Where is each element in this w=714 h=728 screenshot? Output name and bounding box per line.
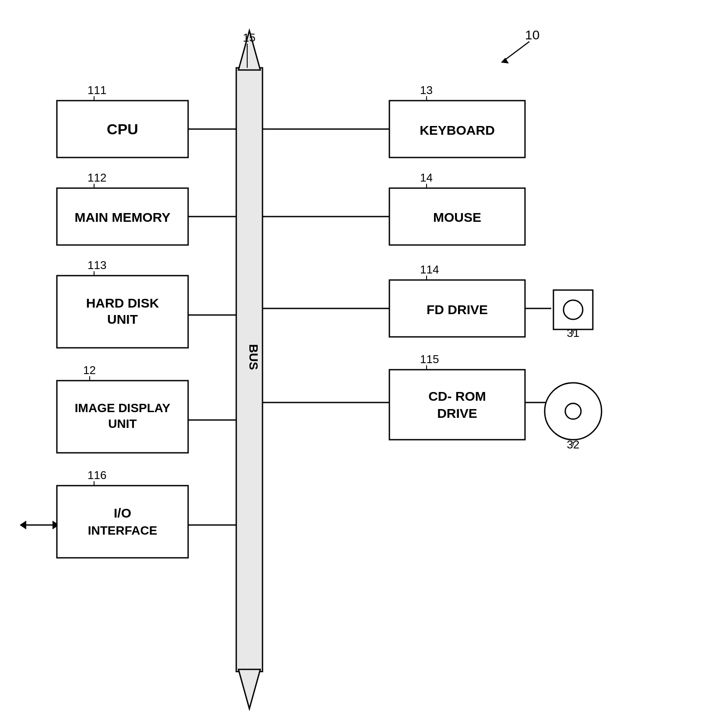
cd-rom-disc-ref: 32 [567, 438, 580, 451]
diagram-svg: 10 BUS 15 [0, 0, 714, 728]
svg-text:I/O: I/O [114, 506, 131, 520]
diagram-container: 10 BUS 15 [0, 0, 714, 728]
svg-point-43 [564, 300, 583, 319]
bus-label: BUS [247, 344, 260, 370]
floppy-ref: 31 [567, 326, 580, 340]
image-display-ref: 12 [83, 364, 96, 377]
svg-rect-24 [57, 276, 188, 348]
cd-rom-ref: 115 [420, 353, 439, 366]
svg-rect-37 [389, 280, 525, 337]
fd-drive-label: FD DRIVE [427, 302, 488, 317]
svg-rect-33 [389, 101, 525, 158]
cpu-ref: 111 [88, 84, 106, 97]
io-interface-ref: 116 [88, 469, 106, 482]
svg-rect-39 [389, 370, 525, 440]
svg-rect-20 [57, 101, 188, 158]
svg-marker-18 [20, 521, 26, 529]
svg-marker-3 [238, 31, 260, 70]
svg-marker-4 [238, 669, 260, 709]
svg-text:IMAGE DISPLAY: IMAGE DISPLAY [75, 401, 171, 415]
mouse-ref: 14 [420, 171, 433, 184]
hard-disk-label: UNIT [107, 312, 138, 326]
svg-line-0 [503, 42, 529, 61]
svg-point-46 [565, 403, 581, 419]
svg-marker-19 [52, 521, 59, 529]
fd-drive-ref: 114 [420, 263, 439, 276]
svg-rect-27 [57, 381, 188, 453]
svg-rect-30 [57, 486, 188, 558]
ref-10: 10 [525, 28, 539, 42]
svg-marker-1 [501, 58, 509, 63]
keyboard-ref: 13 [420, 84, 433, 97]
hard-disk-ref: 113 [88, 259, 106, 272]
mouse-label: MOUSE [433, 210, 481, 224]
image-display-label: UNIT [108, 417, 136, 430]
svg-rect-35 [389, 188, 525, 245]
svg-rect-42 [553, 290, 593, 329]
svg-rect-22 [57, 188, 188, 245]
cpu-label: CPU [107, 121, 138, 137]
svg-text:CD- ROM: CD- ROM [428, 389, 486, 403]
bus-ref: 15 [243, 31, 256, 44]
main-memory-ref: 112 [88, 171, 106, 184]
svg-point-45 [545, 383, 602, 440]
keyboard-label: KEYBOARD [420, 123, 495, 137]
svg-text:HARD DISK: HARD DISK [86, 296, 159, 310]
main-memory-label: MAIN MEMORY [75, 210, 171, 224]
io-interface-label: INTERFACE [88, 524, 158, 537]
cd-rom-label: DRIVE [437, 406, 477, 420]
svg-rect-2 [236, 68, 262, 672]
